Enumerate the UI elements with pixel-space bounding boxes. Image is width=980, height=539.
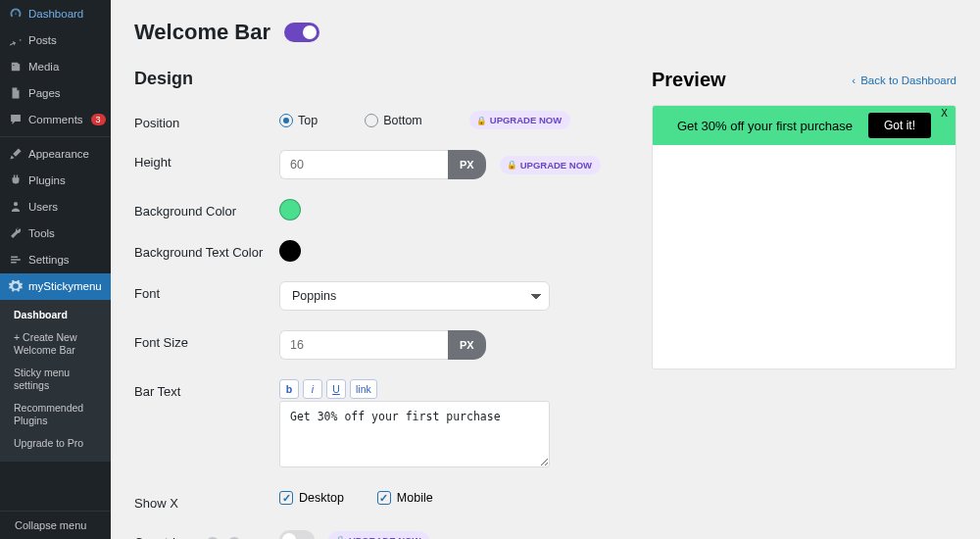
check-icon: ✓	[377, 491, 391, 505]
welcome-bar-preview: Get 30% off your first purchase Got it! …	[653, 106, 956, 145]
label-height: Height	[134, 150, 279, 170]
welcome-bar-toggle[interactable]	[284, 23, 319, 42]
editor-underline-button[interactable]: U	[326, 379, 346, 399]
editor-italic-button[interactable]: i	[303, 379, 322, 399]
sidebar-label: Plugins	[28, 174, 66, 186]
editor-link-button[interactable]: link	[350, 379, 377, 399]
sidebar-label: Media	[28, 61, 59, 73]
submenu-sticky-settings[interactable]: Sticky menu settings	[0, 362, 111, 397]
upgrade-pill[interactable]: 🔒 UPGRADE NOW	[328, 531, 429, 540]
sidebar-item-plugins[interactable]: Plugins	[0, 168, 111, 194]
text-color-swatch[interactable]	[279, 240, 301, 262]
bg-color-swatch[interactable]	[279, 199, 301, 220]
lock-icon: 🔒	[476, 116, 487, 125]
submenu-recommended[interactable]: Recommended Plugins	[0, 397, 111, 432]
check-icon: ✓	[279, 491, 293, 505]
lock-icon: 🔒	[335, 535, 346, 539]
settings-icon	[9, 253, 23, 267]
font-select[interactable]: Poppins	[279, 281, 550, 311]
radio-position-bottom[interactable]: Bottom	[365, 114, 422, 127]
upgrade-label: UPGRADE NOW	[520, 160, 592, 171]
label-countdown: Countdown ◷ ?	[134, 530, 279, 539]
sidebar-item-pages[interactable]: Pages	[0, 79, 111, 106]
sidebar-item-settings[interactable]: Settings	[0, 247, 111, 273]
dashboard-icon	[9, 7, 23, 21]
pin-icon	[9, 33, 23, 47]
sidebar-label: Tools	[28, 227, 55, 239]
sidebar-item-dashboard[interactable]: Dashboard	[0, 0, 111, 26]
gear-icon	[9, 279, 23, 293]
bar-text-textarea[interactable]	[279, 401, 550, 467]
upgrade-pill[interactable]: 🔒 UPGRADE NOW	[469, 111, 570, 129]
page-icon	[9, 86, 23, 100]
collapse-menu[interactable]: Collapse menu	[0, 511, 111, 539]
label-show-x: Show X	[134, 491, 279, 511]
back-link-label: Back to Dashboard	[860, 74, 956, 86]
media-icon	[9, 60, 23, 74]
main-content: Welcome Bar Design Position Top Bottom	[111, 0, 980, 539]
submenu-dashboard[interactable]: Dashboard	[0, 304, 111, 326]
label-font-size: Font Size	[134, 330, 279, 350]
label-bg-color: Background Color	[134, 199, 279, 219]
brush-icon	[9, 147, 23, 161]
sidebar-label: myStickymenu	[28, 280, 102, 292]
back-to-dashboard-link[interactable]: ‹ Back to Dashboard	[852, 74, 956, 86]
welcome-bar-cta-button[interactable]: Got it!	[868, 113, 931, 138]
upgrade-label: UPGRADE NOW	[349, 535, 420, 540]
collapse-label: Collapse menu	[15, 519, 86, 531]
sidebar-label: Comments	[28, 114, 83, 125]
sidebar-label: Dashboard	[28, 8, 83, 20]
preview-panel: Preview ‹ Back to Dashboard Get 30% off …	[652, 69, 956, 539]
sidebar-label: Users	[28, 201, 58, 213]
lock-icon: 🔒	[507, 160, 517, 170]
section-heading: Design	[134, 69, 605, 89]
submenu-create-new[interactable]: + Create New Welcome Bar	[0, 326, 111, 362]
font-size-input[interactable]	[279, 330, 448, 360]
sidebar-item-appearance[interactable]: Appearance	[0, 136, 111, 168]
sidebar-label: Posts	[28, 34, 57, 46]
radio-dot-icon	[365, 114, 378, 127]
sidebar-label: Pages	[28, 87, 61, 99]
upgrade-label: UPGRADE NOW	[490, 115, 562, 125]
unit-badge: PX	[448, 330, 486, 360]
sidebar-submenu: Dashboard + Create New Welcome Bar Stick…	[0, 300, 111, 462]
label-bg-text-color: Background Text Color	[134, 240, 279, 260]
comments-count-badge: 3	[91, 114, 106, 125]
height-input[interactable]	[279, 150, 448, 179]
sidebar-item-tools[interactable]: Tools	[0, 220, 111, 247]
sidebar-item-comments[interactable]: Comments 3	[0, 106, 111, 132]
preview-title: Preview	[652, 69, 726, 91]
upgrade-pill[interactable]: 🔒 UPGRADE NOW	[500, 156, 601, 174]
unit-badge: PX	[448, 150, 486, 179]
label-position: Position	[134, 111, 279, 130]
radio-label: Top	[298, 114, 318, 127]
welcome-bar-close-icon[interactable]: X	[941, 108, 948, 119]
label-bar-text: Bar Text	[134, 379, 279, 399]
radio-position-top[interactable]: Top	[279, 114, 318, 127]
submenu-upgrade[interactable]: Upgrade to Pro	[0, 432, 111, 455]
chevron-left-icon: ‹	[852, 74, 856, 86]
welcome-bar-text: Get 30% off your first purchase	[677, 119, 853, 133]
sidebar-item-users[interactable]: Users	[0, 194, 111, 220]
sidebar-label: Appearance	[28, 148, 89, 160]
checkbox-desktop[interactable]: ✓ Desktop	[279, 491, 344, 505]
checkbox-label: Desktop	[299, 491, 344, 505]
sidebar-item-mystickymenu[interactable]: myStickymenu	[0, 273, 111, 300]
checkbox-mobile[interactable]: ✓ Mobile	[377, 491, 433, 505]
editor-bold-button[interactable]: b	[279, 379, 299, 399]
sidebar-label: Settings	[28, 254, 70, 266]
sidebar-item-media[interactable]: Media	[0, 53, 111, 79]
radio-dot-icon	[279, 114, 293, 127]
preview-frame: Get 30% off your first purchase Got it! …	[652, 105, 956, 369]
plug-icon	[9, 173, 23, 187]
admin-sidebar: Dashboard Posts Media Pages Comments 3 A…	[0, 0, 111, 539]
tool-icon	[9, 226, 23, 240]
label-font: Font	[134, 281, 279, 301]
design-form: Design Position Top Bottom 🔒 UPGRADE N	[134, 69, 605, 539]
page-title: Welcome Bar	[134, 20, 270, 45]
editor-toolbar: b i U link	[279, 379, 550, 399]
countdown-toggle[interactable]	[279, 530, 315, 539]
checkbox-label: Mobile	[397, 491, 433, 505]
user-icon	[9, 200, 23, 214]
sidebar-item-posts[interactable]: Posts	[0, 26, 111, 53]
